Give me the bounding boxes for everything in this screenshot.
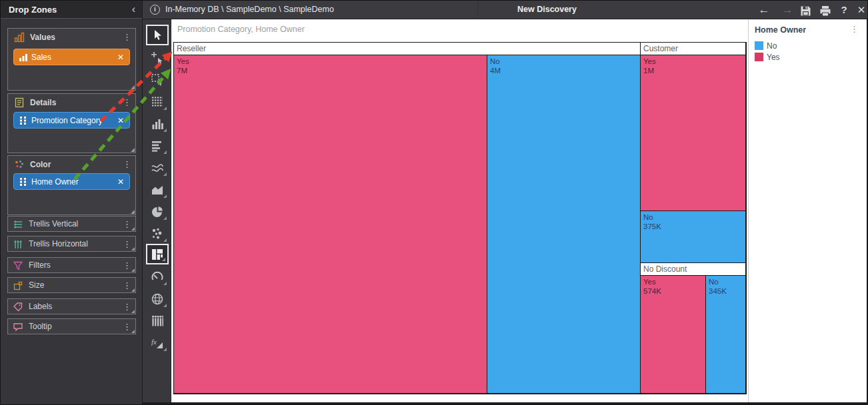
- page-title: New Discovery: [517, 1, 577, 19]
- dropzone-color[interactable]: Color ⋮ Home Owner ✕: [7, 155, 136, 215]
- tile-value-label: 7M: [177, 66, 487, 75]
- legend-label-yes: Yes: [767, 53, 780, 62]
- filters-menu-icon[interactable]: ⋮: [123, 260, 131, 271]
- mosaic-chart-icon: [150, 247, 165, 262]
- values-menu-icon[interactable]: ⋮: [123, 31, 131, 43]
- trellis-vertical-menu-icon[interactable]: ⋮: [123, 218, 131, 230]
- chart-type-toolbar: fx: [143, 19, 171, 402]
- dropzone-details[interactable]: Details ⋮ Promotion Category ✕: [7, 93, 136, 153]
- area-chart-icon: [150, 183, 165, 197]
- pointer-icon: [150, 28, 165, 43]
- filters-label: Filters: [29, 258, 51, 273]
- tool-area-chart[interactable]: [146, 179, 169, 200]
- tile-series-label: Yes: [177, 57, 487, 66]
- remove-promotion-category-icon[interactable]: ✕: [117, 113, 124, 129]
- legend-swatch-no: [755, 41, 763, 50]
- legend-swatch-yes: [755, 53, 763, 61]
- tool-mosaic-chart[interactable]: [146, 244, 169, 264]
- print-button[interactable]: [817, 1, 833, 19]
- labels-menu-icon[interactable]: ⋮: [123, 301, 131, 312]
- tool-pointer[interactable]: [146, 25, 169, 45]
- parallel-bars-icon: [150, 314, 165, 328]
- save-floppy-icon: [800, 5, 811, 17]
- save-button[interactable]: [797, 1, 813, 19]
- dimension-grid-icon: [19, 177, 28, 187]
- tile-no-discount-yes[interactable]: Yes 574K: [641, 276, 706, 394]
- gauge-icon: [150, 270, 165, 284]
- details-document-icon: [14, 97, 25, 108]
- mosaic-chart: Reseller Yes 7M No 4M Customer Yes 1M No…: [173, 42, 747, 394]
- tooltip-menu-icon[interactable]: ⋮: [123, 321, 131, 332]
- tile-value-label: 375K: [643, 222, 745, 231]
- color-dots-icon: [14, 159, 25, 170]
- tool-scatter-chart[interactable]: [146, 223, 169, 244]
- tile-reseller-no[interactable]: No 4M: [487, 55, 641, 394]
- dropzone-tooltip[interactable]: Tooltip ⋮: [7, 318, 136, 334]
- tile-customer-no[interactable]: No 375K: [641, 211, 746, 263]
- tool-column-chart[interactable]: [146, 113, 169, 134]
- tile-reseller-yes[interactable]: Yes 7M: [174, 55, 487, 394]
- pill-home-owner-label: Home Owner: [31, 174, 79, 190]
- close-button[interactable]: ✕: [853, 1, 868, 19]
- tile-no-discount-no[interactable]: No 345K: [706, 276, 746, 394]
- size-label: Size: [29, 278, 44, 293]
- labels-label: Labels: [29, 299, 52, 314]
- dropzone-values[interactable]: Values ⋮ Sales ✕: [7, 28, 136, 91]
- tool-pie-chart[interactable]: [146, 201, 169, 222]
- tool-formula[interactable]: fx: [146, 332, 169, 353]
- trellis-horizontal-menu-icon[interactable]: ⋮: [123, 238, 131, 250]
- tile-value-label: 345K: [709, 286, 745, 296]
- back-button[interactable]: ←: [756, 1, 772, 19]
- tile-customer-yes[interactable]: Yes 1M: [641, 55, 746, 211]
- legend-panel: Home Owner ⋮ No Yes: [749, 19, 867, 402]
- tile-value-label: 574K: [643, 286, 705, 296]
- trellis-horizontal-icon: [13, 239, 23, 250]
- grid-icon: [150, 95, 165, 109]
- tool-line-chart[interactable]: [146, 157, 169, 178]
- tool-add-point[interactable]: [146, 47, 169, 68]
- tool-grid[interactable]: [146, 91, 169, 112]
- trellis-horizontal-label: Trellis Horizontal: [29, 236, 88, 252]
- forward-button[interactable]: →: [779, 1, 795, 19]
- tile-value-label: 4M: [490, 66, 640, 75]
- details-menu-icon[interactable]: ⋮: [123, 97, 131, 108]
- category-header-customer: Customer: [641, 43, 746, 55]
- trellis-vertical-icon: [13, 219, 23, 230]
- remove-home-owner-icon[interactable]: ✕: [117, 174, 124, 190]
- topbar-divider: [477, 1, 478, 19]
- dropzone-color-label: Color: [30, 156, 51, 173]
- tool-gauge-chart[interactable]: [146, 266, 169, 287]
- report-canvas: Promotion Category, Home Owner Reseller …: [171, 19, 867, 402]
- dropzone-labels[interactable]: Labels ⋮: [7, 298, 136, 314]
- dropzone-trellis-horizontal[interactable]: Trellis Horizontal ⋮: [7, 236, 136, 252]
- drop-zones-header: Drop Zones ‹: [1, 1, 142, 19]
- dropzone-details-label: Details: [30, 94, 56, 111]
- pill-promotion-category-label: Promotion Category: [31, 113, 103, 129]
- info-icon[interactable]: i: [150, 5, 160, 15]
- bar-chart-icon: [150, 139, 165, 153]
- tool-marquee-select[interactable]: [146, 69, 169, 90]
- remove-sales-icon[interactable]: ✕: [117, 49, 124, 65]
- dropzone-trellis-vertical[interactable]: Trellis Vertical ⋮: [7, 216, 136, 232]
- pill-promotion-category[interactable]: Promotion Category ✕: [13, 112, 130, 129]
- collapse-panel-icon[interactable]: ‹: [132, 1, 135, 17]
- dropzone-color-header: Color ⋮: [8, 156, 135, 173]
- dropzone-size[interactable]: Size ⋮: [7, 277, 136, 293]
- tool-map-chart[interactable]: [146, 288, 169, 309]
- marquee-icon: [150, 73, 165, 87]
- size-menu-icon[interactable]: ⋮: [123, 280, 131, 291]
- tool-parallel-chart[interactable]: [146, 310, 169, 331]
- dropzone-values-header: Values ⋮: [8, 29, 135, 46]
- tool-bar-chart[interactable]: [146, 135, 169, 156]
- dropzone-values-label: Values: [30, 29, 55, 46]
- color-menu-icon[interactable]: ⋮: [123, 159, 131, 170]
- legend-title: Home Owner: [755, 25, 806, 35]
- pie-chart-icon: [150, 204, 165, 219]
- tile-value-label: 1M: [643, 66, 745, 75]
- legend-menu-icon[interactable]: ⋮: [850, 24, 859, 34]
- dropzone-filters[interactable]: Filters ⋮: [7, 257, 136, 273]
- help-button[interactable]: ?: [836, 1, 852, 19]
- pill-home-owner[interactable]: Home Owner ✕: [13, 173, 130, 190]
- pill-sales[interactable]: Sales ✕: [13, 49, 130, 65]
- scatter-chart-icon: [150, 226, 165, 241]
